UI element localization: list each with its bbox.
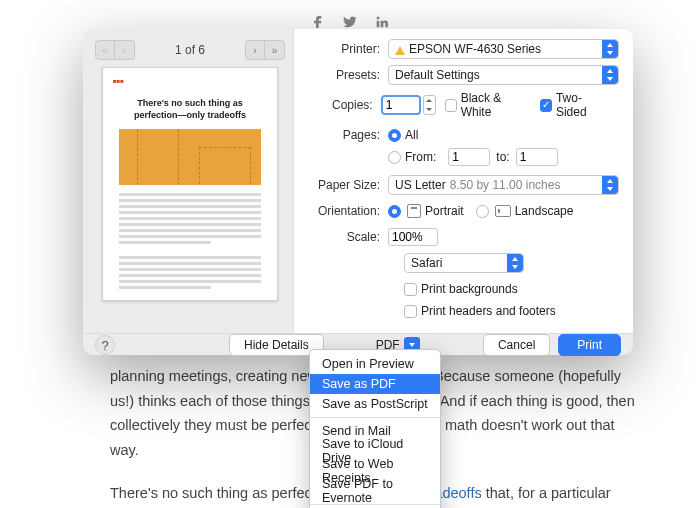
pages-label: Pages: [300,128,388,142]
presets-label: Presets: [300,68,388,82]
thumb-graphic [119,129,261,185]
bw-checkbox[interactable] [445,99,457,112]
landscape-radio[interactable] [476,205,489,218]
help-button[interactable]: ? [95,335,115,355]
bw-option[interactable]: Black & White [445,91,528,119]
facebook-icon[interactable] [310,14,326,30]
dropdown-icon [507,254,523,272]
to-label: to: [496,150,509,164]
pages-all-option[interactable]: All [388,128,418,142]
pdf-menu[interactable]: Open in PreviewSave as PDFSave as PostSc… [309,349,441,508]
page-count: 1 of 6 [175,43,205,57]
first-page-button[interactable]: « [95,40,115,60]
dropdown-icon [602,66,618,84]
paper-size-label: Paper Size: [300,178,388,192]
printer-select[interactable]: EPSON WF-4630 Series [388,39,619,59]
portrait-radio[interactable] [388,205,401,218]
two-sided-checkbox[interactable] [540,99,552,112]
prev-page-button[interactable]: ‹ [115,40,135,60]
pages-from-radio[interactable] [388,151,401,164]
copies-input[interactable] [381,95,421,115]
from-input[interactable] [448,148,490,166]
presets-value: Default Settings [395,68,480,82]
paper-size-select[interactable]: US Letter 8.50 by 11.00 inches [388,175,619,195]
two-sided-option[interactable]: Two-Sided [540,91,607,119]
pages-from-option[interactable]: From: [388,150,436,164]
page-thumbnail: ■■■ There's no such thing as perfection—… [102,67,278,301]
printer-value: EPSON WF-4630 Series [409,42,541,56]
preview-pane: « ‹ 1 of 6 › » ■■■ There's no such thing… [83,29,293,333]
print-bg-checkbox[interactable] [404,283,417,296]
pages-all-radio[interactable] [388,129,401,142]
copies-label: Copies: [300,98,381,112]
portrait-option[interactable]: Portrait [388,204,464,218]
next-page-group[interactable]: › » [245,40,285,60]
pdf-menu-item[interactable]: Save PDF to Evernote [310,481,440,501]
paper-size-value: US Letter [395,178,446,192]
pdf-menu-item[interactable]: Open in Preview [310,354,440,374]
prev-page-group[interactable]: « ‹ [95,40,135,60]
dropdown-icon [602,176,618,194]
orientation-label: Orientation: [300,204,388,218]
print-button[interactable]: Print [558,334,621,356]
print-hf-checkbox[interactable] [404,305,417,318]
app-value: Safari [411,256,442,270]
next-page-button[interactable]: › [245,40,265,60]
thumb-title: There's no such thing as perfection—only… [127,98,253,121]
last-page-button[interactable]: » [265,40,285,60]
presets-select[interactable]: Default Settings [388,65,619,85]
print-settings: Printer: EPSON WF-4630 Series Presets: D… [293,29,633,333]
printer-label: Printer: [300,42,388,56]
pdf-menu-item[interactable]: Save as PostScript [310,394,440,414]
twitter-icon[interactable] [342,14,358,30]
paper-size-sub: 8.50 by 11.00 inches [450,178,561,192]
portrait-icon [407,204,421,218]
dropdown-icon [602,40,618,58]
app-select[interactable]: Safari [404,253,524,273]
print-bg-option[interactable]: Print backgrounds [404,282,518,296]
scale-label: Scale: [300,230,388,244]
scale-input[interactable] [388,228,438,246]
to-input[interactable] [516,148,558,166]
warning-icon [395,46,405,55]
landscape-icon [495,205,511,217]
linkedin-icon[interactable] [374,14,390,30]
article-text: planning meetings, creating new [110,368,322,384]
from-label: From: [405,150,436,164]
thumb-logo: ■■■ [113,78,267,84]
pdf-menu-item[interactable]: Save as PDF [310,374,440,394]
landscape-option[interactable]: Landscape [476,204,574,218]
copies-stepper[interactable] [423,95,436,115]
print-dialog: « ‹ 1 of 6 › » ■■■ There's no such thing… [83,29,633,355]
print-hf-option[interactable]: Print headers and footers [404,304,556,318]
cancel-button[interactable]: Cancel [483,334,550,356]
